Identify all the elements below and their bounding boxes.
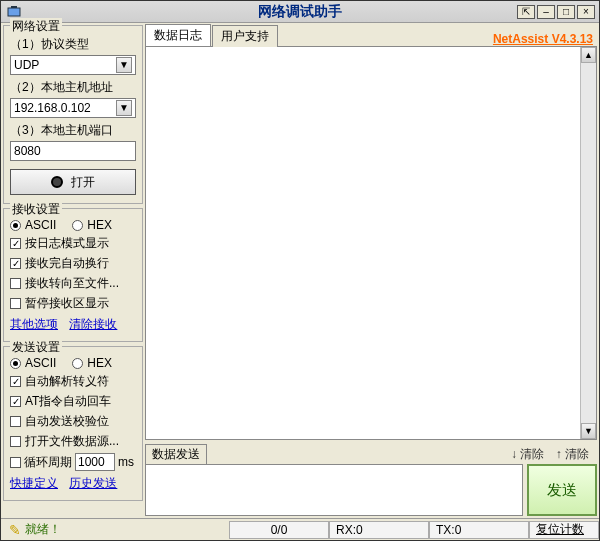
receive-settings-group: 接收设置 ASCII HEX 按日志模式显示 接收完自动换行 接收转向至文件..… <box>3 208 143 342</box>
recv-hex-label: HEX <box>87 218 112 232</box>
open-button-label: 打开 <box>71 174 95 191</box>
tabs: 数据日志 用户支持 NetAssist V4.3.13 <box>145 25 597 47</box>
host-select[interactable]: 192.168.0.102 ▼ <box>10 98 136 118</box>
scroll-up-icon[interactable]: ▲ <box>581 47 596 63</box>
send-opt1-check[interactable] <box>10 376 21 387</box>
pin-button[interactable]: ⇱ <box>517 5 535 19</box>
send-opt4-label: 打开文件数据源... <box>25 433 119 450</box>
status-rx: RX:0 <box>329 521 429 539</box>
recv-clear-link[interactable]: 清除接收 <box>69 317 117 331</box>
send-opt2-label: AT指令自动回车 <box>25 393 111 410</box>
status-bar: ✎ 就绪！ 0/0 RX:0 TX:0 复位计数 <box>1 518 599 540</box>
send-opt1-label: 自动解析转义符 <box>25 373 109 390</box>
network-settings-legend: 网络设置 <box>10 18 62 35</box>
recv-opt1-label: 按日志模式显示 <box>25 235 109 252</box>
app-window: 网络调试助手 ⇱ – □ × 网络设置 （1）协议类型 UDP ▼ （2）本地主… <box>0 0 600 541</box>
send-ascii-label: ASCII <box>25 356 56 370</box>
send-tab[interactable]: 数据发送 <box>145 444 207 464</box>
recv-ascii-radio[interactable] <box>10 220 21 231</box>
receive-settings-legend: 接收设置 <box>10 201 62 218</box>
send-hex-label: HEX <box>87 356 112 370</box>
recv-opt2-label: 接收完自动换行 <box>25 255 109 272</box>
send-period-prefix: 循环周期 <box>24 454 72 471</box>
tab-support[interactable]: 用户支持 <box>212 25 278 47</box>
status-ready-label: 就绪！ <box>25 521 61 538</box>
window-title: 网络调试助手 <box>1 3 599 21</box>
window-controls: ⇱ – □ × <box>517 5 599 19</box>
send-period-suffix: ms <box>118 455 134 469</box>
recv-opt4-label: 暂停接收区显示 <box>25 295 109 312</box>
scrollbar[interactable]: ▲ ▼ <box>580 47 596 439</box>
recv-more-link[interactable]: 其他选项 <box>10 317 58 331</box>
recv-opt4-check[interactable] <box>10 298 21 309</box>
protocol-select[interactable]: UDP ▼ <box>10 55 136 75</box>
send-period-check[interactable] <box>10 457 21 468</box>
status-ready: ✎ 就绪！ <box>1 521 69 538</box>
ready-icon: ✎ <box>9 522 21 538</box>
minimize-button[interactable]: – <box>537 5 555 19</box>
status-dot-icon <box>51 176 63 188</box>
recv-hex-radio[interactable] <box>72 220 83 231</box>
log-area[interactable]: ▲ ▼ <box>145 47 597 440</box>
port-input[interactable] <box>10 141 136 161</box>
shortcut-link[interactable]: 快捷定义 <box>10 476 58 490</box>
send-section: 数据发送 ↓ 清除 ↑ 清除 发送 <box>145 444 597 516</box>
recv-opt3-label: 接收转向至文件... <box>25 275 119 292</box>
send-ascii-radio[interactable] <box>10 358 21 369</box>
history-link[interactable]: 历史发送 <box>69 476 117 490</box>
close-button[interactable]: × <box>577 5 595 19</box>
main-area: 数据日志 用户支持 NetAssist V4.3.13 ▲ ▼ 数据发送 ↓ 清… <box>145 25 597 516</box>
send-input[interactable] <box>145 464 523 516</box>
sidebar: 网络设置 （1）协议类型 UDP ▼ （2）本地主机地址 192.168.0.1… <box>3 25 143 516</box>
send-settings-legend: 发送设置 <box>10 339 62 356</box>
chevron-down-icon: ▼ <box>116 57 132 73</box>
send-opt3-check[interactable] <box>10 416 21 427</box>
protocol-value: UDP <box>14 58 39 72</box>
recv-opt1-check[interactable] <box>10 238 21 249</box>
send-hex-radio[interactable] <box>72 358 83 369</box>
tab-log[interactable]: 数据日志 <box>145 24 211 46</box>
send-opt3-label: 自动发送校验位 <box>25 413 109 430</box>
titlebar: 网络调试助手 ⇱ – □ × <box>1 1 599 23</box>
protocol-label: （1）协议类型 <box>10 36 136 53</box>
send-tabs-row: 数据发送 ↓ 清除 ↑ 清除 <box>145 444 597 464</box>
clear-up-link[interactable]: ↑ 清除 <box>556 447 589 461</box>
status-tx: TX:0 <box>429 521 529 539</box>
network-settings-group: 网络设置 （1）协议类型 UDP ▼ （2）本地主机地址 192.168.0.1… <box>3 25 143 204</box>
send-settings-group: 发送设置 ASCII HEX 自动解析转义符 AT指令自动回车 自动发送校验位 … <box>3 346 143 501</box>
recv-ascii-label: ASCII <box>25 218 56 232</box>
maximize-button[interactable]: □ <box>557 5 575 19</box>
scroll-down-icon[interactable]: ▼ <box>581 423 596 439</box>
recv-opt3-check[interactable] <box>10 278 21 289</box>
port-label: （3）本地主机端口 <box>10 122 136 139</box>
reset-counter-button[interactable]: 复位计数 <box>529 521 599 539</box>
recv-opt2-check[interactable] <box>10 258 21 269</box>
host-label: （2）本地主机地址 <box>10 79 136 96</box>
version-link[interactable]: NetAssist V4.3.13 <box>489 32 597 46</box>
chevron-down-icon: ▼ <box>116 100 132 116</box>
host-value: 192.168.0.102 <box>14 101 91 115</box>
status-counter: 0/0 <box>229 521 329 539</box>
open-button[interactable]: 打开 <box>10 169 136 195</box>
clear-down-link[interactable]: ↓ 清除 <box>511 447 544 461</box>
send-period-input[interactable] <box>75 453 115 471</box>
send-button[interactable]: 发送 <box>527 464 597 516</box>
send-opt2-check[interactable] <box>10 396 21 407</box>
send-opt4-check[interactable] <box>10 436 21 447</box>
body: 网络设置 （1）协议类型 UDP ▼ （2）本地主机地址 192.168.0.1… <box>1 23 599 518</box>
